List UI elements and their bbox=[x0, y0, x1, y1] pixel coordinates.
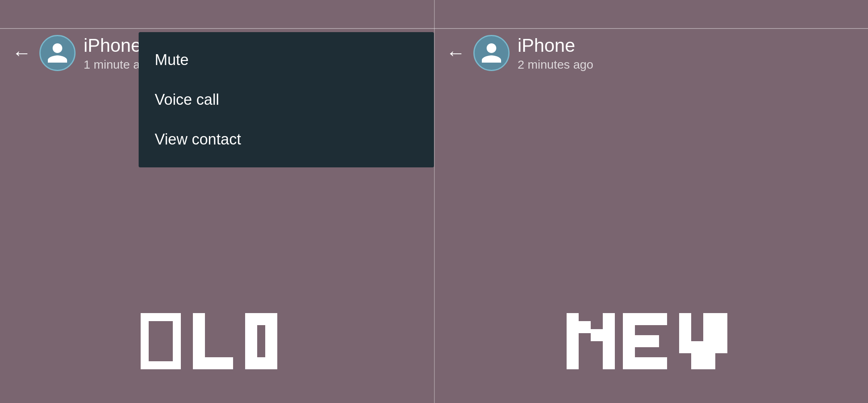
svg-rect-3 bbox=[193, 357, 233, 369]
svg-rect-21 bbox=[703, 353, 715, 369]
svg-rect-11 bbox=[603, 313, 615, 369]
avatar-left bbox=[39, 35, 76, 71]
menu-item-voice-call-left[interactable]: Voice call bbox=[139, 80, 434, 120]
svg-rect-17 bbox=[691, 341, 703, 353]
panel-divider bbox=[434, 0, 435, 403]
avatar-right bbox=[473, 35, 510, 71]
svg-rect-20 bbox=[691, 353, 703, 369]
dropdown-menu-left: Mute Voice call View contact bbox=[139, 32, 434, 167]
svg-rect-22 bbox=[715, 313, 727, 353]
menu-item-mute-left[interactable]: Mute bbox=[139, 40, 434, 80]
back-button-right[interactable]: ← bbox=[446, 43, 465, 63]
new-label bbox=[567, 313, 735, 371]
header-right: ← iPhone 2 minutes ago bbox=[434, 29, 868, 77]
contact-time-right: 2 minutes ago bbox=[518, 58, 593, 71]
svg-rect-14 bbox=[623, 335, 659, 347]
avatar-icon-right bbox=[479, 41, 504, 65]
svg-rect-23 bbox=[703, 313, 715, 333]
svg-rect-9 bbox=[579, 321, 591, 333]
svg-rect-18 bbox=[703, 333, 715, 353]
contact-name-right: iPhone bbox=[518, 35, 593, 56]
svg-rect-1 bbox=[149, 321, 173, 361]
svg-rect-7 bbox=[265, 321, 277, 361]
svg-rect-16 bbox=[679, 313, 691, 353]
svg-rect-15 bbox=[623, 357, 667, 369]
old-text-svg bbox=[141, 313, 293, 369]
left-panel: ← iPhone 1 minute ago Mute Voice call Vi… bbox=[0, 0, 434, 403]
svg-rect-13 bbox=[623, 313, 667, 325]
avatar-icon-left bbox=[45, 41, 70, 65]
back-button-left[interactable]: ← bbox=[12, 43, 31, 63]
new-text-svg bbox=[567, 313, 735, 369]
contact-info-right: iPhone 2 minutes ago bbox=[518, 35, 593, 71]
menu-item-view-contact-left[interactable]: View contact bbox=[139, 120, 434, 159]
svg-rect-10 bbox=[591, 329, 603, 341]
old-label bbox=[141, 313, 293, 371]
svg-rect-8 bbox=[567, 313, 579, 369]
right-panel: ← iPhone 2 minutes ago Mute Voice call V… bbox=[434, 0, 868, 403]
